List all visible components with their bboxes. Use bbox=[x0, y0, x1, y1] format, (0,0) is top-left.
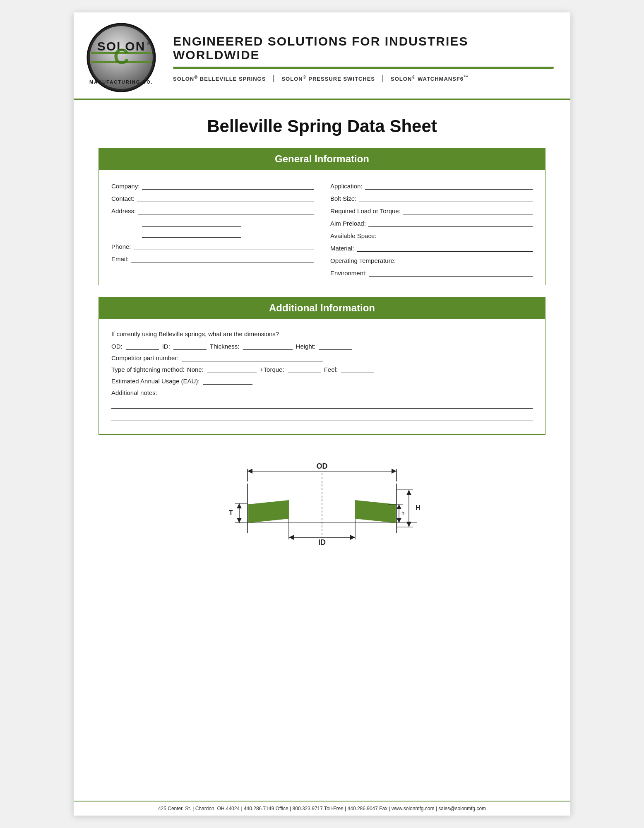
additional-info-header: Additional Information bbox=[99, 297, 545, 319]
thickness-field[interactable] bbox=[243, 342, 293, 350]
main-content: Belleville Spring Data Sheet General Inf… bbox=[74, 100, 570, 801]
contact-row: Contact: bbox=[111, 195, 314, 202]
product-item-1: SOLON® BELLEVILLE SPRINGS bbox=[173, 74, 272, 82]
general-left-col: Company: Contact: Address: bbox=[111, 182, 314, 277]
solon-logo: SOLON ® C MANUFACTURING CO. bbox=[86, 22, 156, 93]
tightening-row: Type of tightening method: None: +Torque… bbox=[111, 366, 533, 373]
page-title: Belleville Spring Data Sheet bbox=[99, 116, 545, 136]
contact-field[interactable] bbox=[137, 195, 314, 202]
notes-field[interactable] bbox=[160, 389, 533, 396]
address-field-1[interactable] bbox=[138, 207, 314, 214]
product-item-3: SOLON® WATCHMANSF6™ bbox=[384, 74, 475, 82]
blank-line-1 bbox=[111, 401, 533, 409]
environment-field[interactable] bbox=[369, 269, 533, 277]
available-space-field[interactable] bbox=[379, 232, 533, 239]
svg-marker-24 bbox=[350, 535, 355, 540]
od-field[interactable] bbox=[126, 342, 159, 350]
load-torque-field[interactable] bbox=[403, 207, 533, 214]
tightening-label: Type of tightening method: bbox=[111, 366, 185, 373]
svg-text:C: C bbox=[113, 44, 129, 68]
product-label-3: SOLON® WATCHMANSF6™ bbox=[391, 76, 469, 82]
phone-label: Phone: bbox=[111, 243, 131, 250]
product-sup-tm: ™ bbox=[464, 74, 469, 79]
svg-text:MANUFACTURING CO.: MANUFACTURING CO. bbox=[89, 79, 153, 84]
material-field[interactable] bbox=[357, 244, 533, 252]
tightening-feel-label: Feel: bbox=[324, 366, 338, 373]
product-sup-2: ® bbox=[303, 74, 307, 79]
address-field-2[interactable] bbox=[142, 219, 241, 227]
aim-preload-label: Aim Preload: bbox=[330, 220, 366, 227]
T-label: T bbox=[229, 509, 233, 516]
bolt-size-field[interactable] bbox=[359, 195, 533, 202]
id-diagram-label: ID bbox=[318, 538, 326, 546]
product-label-1: SOLON® BELLEVILLE SPRINGS bbox=[173, 76, 266, 82]
environment-label: Environment: bbox=[330, 270, 367, 277]
height-label: Height: bbox=[296, 343, 316, 350]
svg-marker-17 bbox=[237, 503, 242, 508]
tightening-feel-field[interactable] bbox=[341, 366, 374, 373]
eau-field[interactable] bbox=[203, 377, 252, 385]
competitor-field[interactable] bbox=[182, 354, 323, 361]
svg-marker-23 bbox=[289, 535, 294, 540]
tightening-torque-field[interactable] bbox=[288, 366, 321, 373]
product-sup-3: ® bbox=[412, 74, 416, 79]
product-label-2: SOLON® PRESSURE SWITCHES bbox=[281, 76, 375, 82]
company-field[interactable] bbox=[142, 182, 314, 190]
product-item-2: SOLON® PRESSURE SWITCHES bbox=[275, 74, 382, 82]
application-field[interactable] bbox=[365, 182, 533, 190]
phone-row: Phone: bbox=[111, 243, 314, 250]
dimensions-question: If currently using Belleville springs, w… bbox=[111, 330, 533, 337]
footer: 425 Center. St. | Chardon, OH 44024 | 44… bbox=[74, 801, 570, 816]
notes-row: Additional notes: bbox=[111, 389, 533, 396]
available-space-label: Available Space: bbox=[330, 232, 376, 239]
svg-marker-15 bbox=[396, 518, 401, 523]
od-arrow-left bbox=[248, 469, 252, 474]
email-field[interactable] bbox=[131, 255, 314, 262]
operating-temp-row: Operating Temperature: bbox=[330, 257, 533, 264]
bolt-size-row: Bolt Size: bbox=[330, 195, 533, 202]
material-label: Material: bbox=[330, 245, 354, 252]
additional-info-body: If currently using Belleville springs, w… bbox=[99, 319, 545, 434]
product-sup-1: ® bbox=[194, 74, 198, 79]
id-label: ID: bbox=[162, 343, 170, 350]
thickness-label: Thickness: bbox=[210, 343, 240, 350]
additional-information-section: Additional Information If currently usin… bbox=[99, 297, 545, 435]
phone-field[interactable] bbox=[134, 243, 314, 250]
od-label: OD: bbox=[111, 343, 123, 350]
id-field[interactable] bbox=[173, 342, 207, 350]
header: SOLON ® C MANUFACTURING CO. Engineered S… bbox=[74, 12, 570, 100]
general-right-col: Application: Bolt Size: Required Load or… bbox=[330, 182, 533, 277]
belleville-spring-diagram: OD H h T bbox=[206, 450, 438, 558]
h-label: h bbox=[401, 510, 404, 516]
blank-lines bbox=[111, 401, 533, 421]
email-label: Email: bbox=[111, 255, 129, 262]
general-information-section: General Information Company: Contact: Ad… bbox=[99, 148, 545, 285]
address-field-3[interactable] bbox=[142, 230, 241, 238]
tightening-none-field[interactable] bbox=[207, 366, 257, 373]
available-space-row: Available Space: bbox=[330, 232, 533, 239]
email-row: Email: bbox=[111, 255, 314, 262]
contact-label: Contact: bbox=[111, 195, 135, 202]
blank-line-2 bbox=[111, 414, 533, 421]
load-torque-label: Required Load or Torque: bbox=[330, 207, 401, 214]
operating-temp-field[interactable] bbox=[398, 257, 533, 264]
page: SOLON ® C MANUFACTURING CO. Engineered S… bbox=[74, 12, 570, 816]
eau-row: Estimated Annual Usage (EAU): bbox=[111, 377, 533, 385]
competitor-label: Competitor part number: bbox=[111, 354, 179, 361]
address-row: Address: bbox=[111, 207, 314, 214]
header-accent-line bbox=[173, 67, 554, 69]
header-tagline: Engineered Solutions for Industries Worl… bbox=[173, 34, 554, 62]
logo-area: SOLON ® C MANUFACTURING CO. bbox=[86, 22, 161, 94]
aim-preload-field[interactable] bbox=[368, 219, 533, 227]
general-info-header: General Information bbox=[99, 148, 545, 170]
address-label: Address: bbox=[111, 207, 136, 214]
footer-address: 425 Center. St. | Chardon, OH 44024 | 44… bbox=[158, 806, 486, 811]
competitor-row: Competitor part number: bbox=[111, 354, 533, 361]
environment-row: Environment: bbox=[330, 269, 533, 277]
height-field[interactable] bbox=[319, 342, 352, 350]
H-label: H bbox=[416, 504, 421, 511]
tightening-none-label: None: bbox=[187, 366, 204, 373]
left-washer bbox=[248, 500, 289, 523]
svg-marker-14 bbox=[396, 504, 401, 509]
company-label: Company: bbox=[111, 183, 139, 190]
